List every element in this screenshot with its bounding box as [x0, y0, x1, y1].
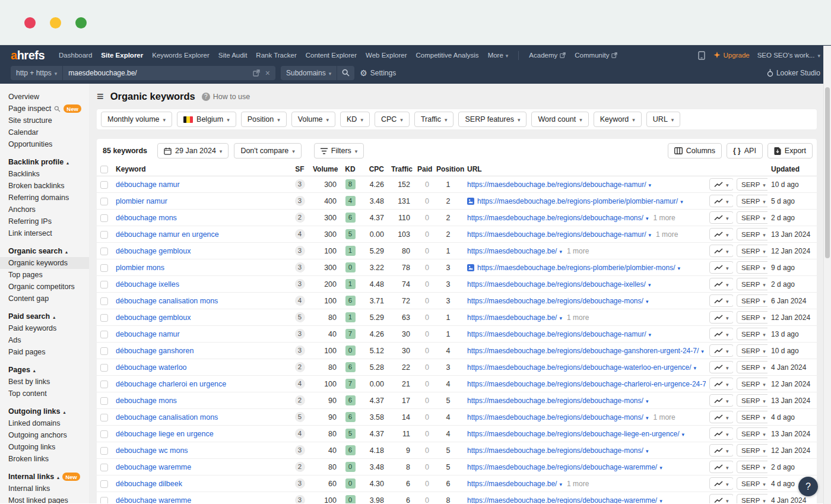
filter-traffic[interactable]: Traffic	[414, 112, 454, 127]
keyword-link[interactable]: debouchage wc mons	[116, 446, 188, 455]
keyword-link[interactable]: debouchage canalisation mons	[116, 413, 218, 421]
upgrade-button[interactable]: Upgrade	[713, 52, 750, 59]
url-link[interactable]: https://maesdebouchage.be/	[467, 247, 557, 255]
sidebar-item-outgoing-links[interactable]: Outgoing links	[8, 441, 89, 453]
column-header-keyword[interactable]: Keyword	[112, 163, 290, 176]
clear-input-icon[interactable]: ×	[265, 69, 270, 77]
serp-button[interactable]: SERP	[737, 344, 767, 357]
filter-volume[interactable]: Volume	[291, 112, 335, 127]
serp-button[interactable]: SERP	[737, 294, 767, 307]
more-urls-link[interactable]: 1 more	[653, 413, 675, 421]
sidebar-section-organic-search[interactable]: Organic search	[8, 245, 89, 257]
url-link[interactable]: https://maesdebouchage.be/regions/debouc…	[467, 180, 646, 189]
sidebar-item-paid-keywords[interactable]: Paid keywords	[8, 322, 89, 334]
export-button[interactable]: Export	[767, 143, 813, 159]
keyword-link[interactable]: débouchage gembloux	[116, 247, 191, 255]
column-header-traffic[interactable]: Traffic	[388, 163, 414, 176]
nav-item-web-explorer[interactable]: Web Explorer	[366, 52, 407, 59]
keyword-link[interactable]: débouchage namur	[116, 180, 180, 189]
sidebar-item-link-intersect[interactable]: Link intersect	[8, 227, 89, 239]
url-link[interactable]: https://maesdebouchage.be/regions-plombe…	[477, 264, 675, 272]
date-picker-button[interactable]: 29 Jan 2024	[157, 143, 229, 159]
serp-button[interactable]: SERP	[737, 195, 767, 207]
serp-button[interactable]: SERP	[737, 211, 767, 224]
row-checkbox[interactable]	[100, 430, 108, 438]
more-urls-link[interactable]: 1 more	[567, 247, 589, 255]
sidebar-item-internal-links[interactable]: Internal links	[8, 483, 89, 495]
trend-chart-button[interactable]	[709, 427, 733, 440]
open-page-icon[interactable]	[253, 69, 260, 77]
chevron-down-icon[interactable]	[646, 397, 649, 405]
settings-button[interactable]: Settings	[360, 68, 396, 78]
filter-kd[interactable]: KD	[340, 112, 370, 127]
chevron-down-icon[interactable]	[678, 264, 681, 272]
sidebar-item-best-by-links[interactable]: Best by links	[8, 376, 89, 388]
keyword-link[interactable]: debouchage gembloux	[116, 313, 191, 322]
serp-button[interactable]: SERP	[737, 477, 767, 490]
trend-chart-button[interactable]	[709, 477, 733, 490]
chevron-down-icon[interactable]	[680, 197, 683, 205]
nav-item-dashboard[interactable]: Dashboard	[59, 52, 92, 59]
nav-link-community[interactable]: Community	[575, 52, 617, 59]
filter-cpc[interactable]: CPC	[375, 112, 410, 127]
compare-select[interactable]: Don't compare	[234, 143, 301, 159]
nav-item-keywords-explorer[interactable]: Keywords Explorer	[152, 52, 210, 59]
serp-button[interactable]: SERP	[737, 427, 767, 440]
keyword-link[interactable]: débouchage mons	[116, 214, 177, 222]
trend-chart-button[interactable]	[709, 394, 733, 407]
url-link[interactable]: https://maesdebouchage.be/regions/debouc…	[467, 363, 692, 372]
sidebar-item-site-structure[interactable]: Site structure	[8, 115, 89, 126]
keyword-link[interactable]: plombier namur	[116, 197, 167, 205]
row-checkbox[interactable]	[100, 414, 108, 421]
column-header-sf[interactable]: SF	[290, 163, 309, 176]
keyword-link[interactable]: débouchage charleroi en urgence	[116, 380, 226, 388]
more-urls-link[interactable]: 1 more	[567, 313, 589, 322]
serp-button[interactable]: SERP	[737, 228, 767, 240]
chevron-down-icon[interactable]	[646, 446, 649, 455]
window-zoom-button[interactable]	[75, 17, 87, 28]
how-to-use-link[interactable]: How to use	[202, 93, 250, 101]
sidebar-section-internal-links[interactable]: Internal linksNew	[8, 471, 89, 483]
more-urls-link[interactable]: 1 more	[653, 214, 675, 222]
keyword-link[interactable]: debouchage namur	[116, 330, 180, 338]
url-link[interactable]: https://maesdebouchage.be/regions/debouc…	[467, 297, 643, 305]
chevron-down-icon[interactable]	[646, 214, 649, 222]
url-link[interactable]: https://maesdebouchage.be/regions/debouc…	[467, 330, 646, 338]
serp-button[interactable]: SERP	[737, 178, 767, 191]
column-header-url[interactable]: URL	[464, 163, 706, 176]
keyword-link[interactable]: debouchage waremme	[116, 463, 191, 471]
filters-button[interactable]: Filters	[314, 143, 364, 159]
sidebar-item-top-content[interactable]: Top content	[8, 388, 89, 400]
row-checkbox[interactable]	[100, 447, 108, 455]
serp-button[interactable]: SERP	[737, 278, 767, 290]
filter-monthly-volume[interactable]: Monthly volume	[101, 112, 172, 127]
serp-button[interactable]: SERP	[737, 444, 767, 457]
reports-menu-icon[interactable]	[97, 90, 104, 103]
sidebar-item-content-gap[interactable]: Content gap	[8, 293, 89, 305]
sidebar-section-pages[interactable]: Pages	[8, 364, 89, 376]
chevron-down-icon[interactable]	[649, 230, 652, 239]
serp-button[interactable]: SERP	[737, 361, 767, 373]
nav-item-rank-tracker[interactable]: Rank Tracker	[256, 52, 296, 59]
sidebar-item-top-pages[interactable]: Top pages	[8, 269, 89, 281]
nav-item-site-explorer[interactable]: Site Explorer	[101, 52, 143, 59]
row-checkbox[interactable]	[100, 397, 108, 405]
url-link[interactable]: https://maesdebouchage.be/regions/debouc…	[467, 496, 657, 503]
sidebar-item-ads[interactable]: Ads	[8, 334, 89, 346]
filter-serp-features[interactable]: SERP features	[458, 112, 526, 127]
filter-url[interactable]: URL	[646, 112, 681, 127]
sidebar-item-outgoing-anchors[interactable]: Outgoing anchors	[8, 429, 89, 441]
vertical-scrollbar[interactable]	[823, 46, 831, 504]
trend-chart-button[interactable]	[709, 278, 733, 290]
row-checkbox[interactable]	[100, 347, 108, 355]
nav-item-site-audit[interactable]: Site Audit	[218, 52, 248, 59]
column-header-cpc[interactable]: CPC	[360, 163, 388, 176]
keyword-link[interactable]: debouchage mons	[116, 397, 177, 405]
url-link[interactable]: https://maesdebouchage.be/regions/debouc…	[467, 214, 643, 222]
filter-keyword[interactable]: Keyword	[594, 112, 642, 127]
sidebar-item-backlinks[interactable]: Backlinks	[8, 168, 89, 180]
workspace-switcher[interactable]: SEO SEO's work...	[757, 52, 820, 59]
serp-button[interactable]: SERP	[737, 461, 767, 473]
row-checkbox[interactable]	[100, 314, 108, 322]
scope-select[interactable]: Subdomains	[281, 69, 337, 77]
